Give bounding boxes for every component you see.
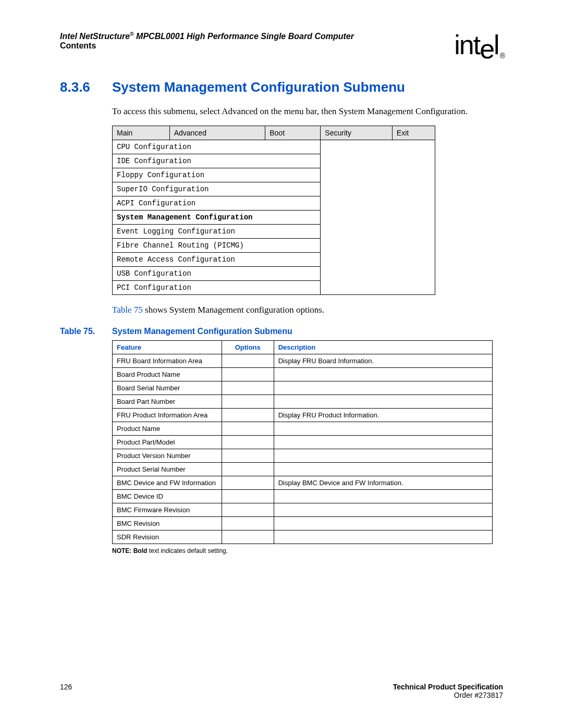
- cell-options: [222, 530, 274, 544]
- logo-text: intel: [454, 30, 498, 64]
- cell-options: [222, 422, 274, 435]
- table-row: BMC Device and FW InformationDisplay BMC…: [113, 476, 493, 489]
- menu-row: IDE Configuration: [113, 154, 435, 168]
- menu-spacer: [321, 168, 435, 182]
- col-header-options: Options: [222, 340, 274, 354]
- menu-row: Remote Access Configuration: [113, 252, 435, 266]
- cell-description: Display FRU Product Information.: [274, 408, 492, 422]
- table-row: FRU Board Information AreaDisplay FRU Bo…: [113, 354, 493, 367]
- menu-spacer: [321, 140, 435, 154]
- cell-options: [222, 476, 274, 489]
- menu-item: Remote Access Configuration: [113, 252, 321, 266]
- table-row: Board Serial Number: [113, 381, 493, 394]
- cell-options: [222, 435, 274, 449]
- cell-feature: FRU Product Information Area: [113, 408, 222, 422]
- menu-item-selected: System Management Configuration: [113, 210, 321, 224]
- cell-options: [222, 516, 274, 530]
- cell-options: [222, 503, 274, 516]
- cell-feature: SDR Revision: [113, 530, 222, 544]
- menu-spacer: [321, 252, 435, 266]
- cell-description: [274, 530, 492, 544]
- menu-row: ACPI Configuration: [113, 196, 435, 210]
- cell-options: [222, 489, 274, 503]
- col-header-description: Description: [274, 340, 492, 354]
- table-row: Product Version Number: [113, 449, 493, 462]
- cell-feature: BMC Revision: [113, 516, 222, 530]
- section-heading: 8.3.6 System Management Configuration Su…: [60, 79, 503, 95]
- menu-item: Floppy Configuration: [113, 168, 321, 182]
- intro-paragraph: To access this submenu, select Advanced …: [112, 106, 503, 118]
- menu-row: PCI Configuration: [113, 280, 435, 294]
- menu-tab-row: Main Advanced Boot Security Exit: [113, 126, 435, 140]
- table-row: FRU Product Information AreaDisplay FRU …: [113, 408, 493, 422]
- cell-description: [274, 503, 492, 516]
- table-row: SDR Revision: [113, 530, 493, 544]
- cell-options: [222, 381, 274, 394]
- cell-options: [222, 354, 274, 367]
- table-row: Board Part Number: [113, 394, 493, 408]
- config-options-table: Feature Options Description FRU Board In…: [112, 340, 493, 544]
- cell-feature: Board Part Number: [113, 394, 222, 408]
- menu-tab-security: Security: [321, 126, 393, 140]
- cell-feature: BMC Firmware Revision: [113, 503, 222, 516]
- menu-row: USB Configuration: [113, 266, 435, 280]
- cell-feature: Product Serial Number: [113, 462, 222, 476]
- registered-mark: ®: [130, 31, 133, 37]
- cell-description: [274, 367, 492, 381]
- col-header-feature: Feature: [113, 340, 222, 354]
- table-caption: Table 75. System Management Configuratio…: [60, 327, 503, 336]
- menu-tab-main: Main: [113, 126, 170, 140]
- menu-item: Fibre Channel Routing (PICMG): [113, 238, 321, 252]
- cell-description: Display FRU Board Information.: [274, 354, 492, 367]
- menu-item: CPU Configuration: [113, 140, 321, 154]
- logo-registered-mark: ®: [500, 52, 504, 60]
- note-suffix: text indicates default setting.: [147, 547, 228, 554]
- cell-feature: BMC Device and FW Information: [113, 476, 222, 489]
- menu-spacer: [321, 280, 435, 294]
- menu-item: ACPI Configuration: [113, 196, 321, 210]
- table-reference-link[interactable]: Table 75: [112, 305, 143, 315]
- footer-order-number: Order #273817: [393, 691, 503, 699]
- menu-tab-advanced: Advanced: [169, 126, 265, 140]
- menu-tab-exit: Exit: [392, 126, 435, 140]
- table-row: BMC Revision: [113, 516, 493, 530]
- menu-spacer: [321, 196, 435, 210]
- footer-doc-type: Technical Product Specification: [393, 683, 503, 691]
- menu-row: Event Logging Configuration: [113, 224, 435, 238]
- menu-spacer: [321, 210, 435, 224]
- cell-options: [222, 449, 274, 462]
- section-number: 8.3.6: [60, 79, 112, 95]
- document-subtitle: Contents: [60, 41, 454, 51]
- table-title: System Management Configuration Submenu: [112, 327, 292, 336]
- menu-spacer: [321, 224, 435, 238]
- table-row: Board Product Name: [113, 367, 493, 381]
- table-row: Product Name: [113, 422, 493, 435]
- header-text-block: Intel NetStructure® MPCBL0001 High Perfo…: [60, 31, 454, 51]
- menu-item: IDE Configuration: [113, 154, 321, 168]
- note-text: NOTE: Bold text indicates default settin…: [112, 547, 503, 554]
- reference-text: shows System Management configuration op…: [143, 305, 324, 315]
- cell-description: [274, 449, 492, 462]
- cell-description: [274, 516, 492, 530]
- intel-logo: intel®: [454, 31, 503, 58]
- cell-options: [222, 462, 274, 476]
- menu-spacer: [321, 238, 435, 252]
- table-row: Product Serial Number: [113, 462, 493, 476]
- table-header-row: Feature Options Description: [113, 340, 493, 354]
- menu-tab-boot: Boot: [265, 126, 321, 140]
- document-title: Intel NetStructure® MPCBL0001 High Perfo…: [60, 31, 454, 41]
- cell-description: [274, 394, 492, 408]
- table-number: Table 75.: [60, 327, 112, 336]
- section-title: System Management Configuration Submenu: [112, 79, 405, 95]
- cell-description: [274, 435, 492, 449]
- reference-paragraph: Table 75 shows System Management configu…: [112, 304, 503, 316]
- table-row: BMC Firmware Revision: [113, 503, 493, 516]
- cell-feature: Product Version Number: [113, 449, 222, 462]
- menu-spacer: [321, 182, 435, 196]
- cell-options: [222, 408, 274, 422]
- menu-row: Floppy Configuration: [113, 168, 435, 182]
- cell-description: [274, 381, 492, 394]
- menu-item: USB Configuration: [113, 266, 321, 280]
- cell-options: [222, 367, 274, 381]
- menu-item: Event Logging Configuration: [113, 224, 321, 238]
